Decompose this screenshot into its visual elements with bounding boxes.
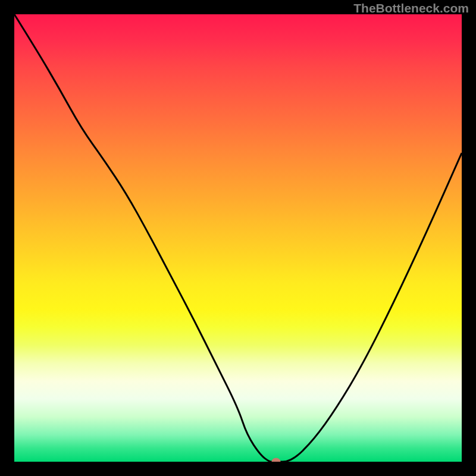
chart-container: TheBottleneck.com: [0, 0, 476, 476]
bottleneck-marker: [271, 458, 280, 462]
watermark-text: TheBottleneck.com: [353, 1, 469, 15]
plot-area: [14, 14, 462, 462]
bottleneck-curve: [14, 14, 462, 462]
